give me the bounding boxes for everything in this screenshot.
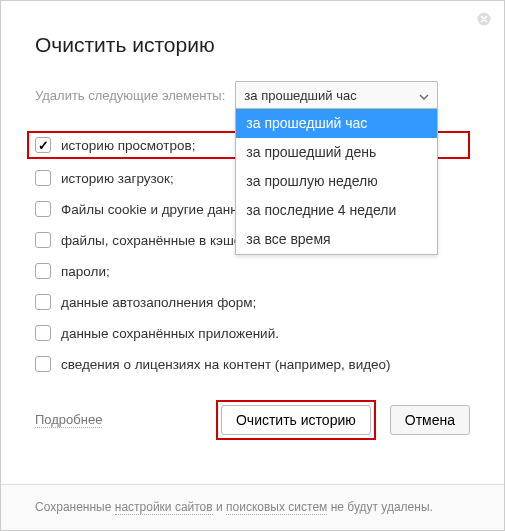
footer-text: не будут удалены.	[327, 500, 433, 514]
chevron-down-icon	[419, 88, 429, 103]
checkbox-label: пароли;	[61, 264, 110, 279]
checkbox-label: данные сохранённых приложений.	[61, 326, 279, 341]
footer-text: и	[213, 500, 226, 514]
dropdown-item[interactable]: за прошедший день	[236, 138, 437, 167]
dropdown-item[interactable]: за прошлую неделю	[236, 167, 437, 196]
time-range-select[interactable]: за прошедший час	[235, 81, 438, 109]
dropdown-item[interactable]: за все время	[236, 225, 437, 254]
checkbox-label: историю просмотров;	[61, 138, 195, 153]
checkbox-label: данные автозаполнения форм;	[61, 295, 256, 310]
clear-button-highlight: Очистить историю	[216, 400, 376, 440]
clear-button[interactable]: Очистить историю	[221, 405, 371, 435]
time-range-value: за прошедший час	[244, 88, 356, 103]
checkbox[interactable]	[35, 201, 51, 217]
checkbox-label: файлы, сохранённые в кэше;	[61, 233, 245, 248]
checkbox-row: пароли;	[35, 263, 470, 279]
checkbox[interactable]	[35, 137, 51, 153]
actions-row: Подробнее Очистить историю Отмена	[35, 400, 470, 440]
checkbox[interactable]	[35, 263, 51, 279]
checkbox[interactable]	[35, 356, 51, 372]
checkbox-label: историю загрузок;	[61, 171, 174, 186]
footer: Сохраненные настройки сайтов и поисковых…	[1, 484, 504, 530]
close-icon[interactable]	[476, 11, 492, 27]
checkbox[interactable]	[35, 325, 51, 341]
time-range-dropdown: за прошедший часза прошедший деньза прош…	[235, 108, 438, 255]
footer-text: Сохраненные	[35, 500, 115, 514]
footer-link-search[interactable]: поисковых систем	[226, 500, 327, 515]
cancel-button[interactable]: Отмена	[390, 405, 470, 435]
checkbox-label: сведения о лицензиях на контент (наприме…	[61, 357, 391, 372]
dropdown-item[interactable]: за последние 4 недели	[236, 196, 437, 225]
page-title: Очистить историю	[35, 33, 470, 57]
time-range-select-wrap: за прошедший час за прошедший часза прош…	[235, 81, 438, 109]
more-link[interactable]: Подробнее	[35, 412, 102, 428]
checkbox[interactable]	[35, 294, 51, 310]
dropdown-item[interactable]: за прошедший час	[236, 109, 437, 138]
dialog-body: Очистить историю Удалить следующие элеме…	[1, 1, 504, 458]
checkbox-row: сведения о лицензиях на контент (наприме…	[35, 356, 470, 372]
checkbox[interactable]	[35, 170, 51, 186]
time-range-row: Удалить следующие элементы: за прошедший…	[35, 81, 470, 109]
dialog: Очистить историю Удалить следующие элеме…	[0, 0, 505, 531]
footer-link-sites[interactable]: настройки сайтов	[115, 500, 213, 515]
button-group: Очистить историю Отмена	[216, 400, 470, 440]
checkbox[interactable]	[35, 232, 51, 248]
checkbox-row: данные сохранённых приложений.	[35, 325, 470, 341]
time-range-label: Удалить следующие элементы:	[35, 88, 225, 103]
checkbox-row: данные автозаполнения форм;	[35, 294, 470, 310]
